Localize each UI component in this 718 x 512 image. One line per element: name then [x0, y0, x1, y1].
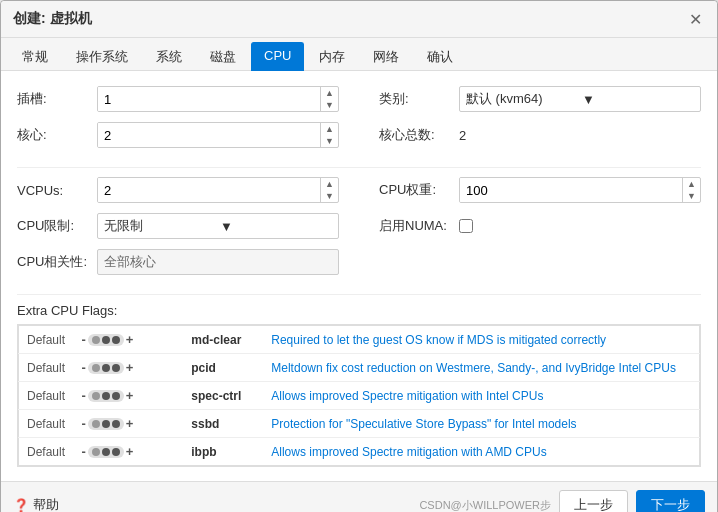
category-row: 类别: 默认 (kvm64) ▼	[379, 85, 701, 113]
slots-row: 插槽:	[17, 85, 339, 113]
toggle-dots-0	[88, 334, 124, 346]
flag-desc-3: Protection for "Speculative Store Bypass…	[263, 410, 699, 438]
dot3-0	[112, 336, 120, 344]
numa-checkbox[interactable]	[459, 219, 473, 233]
flag-toggle-cell-2: - +	[74, 382, 184, 410]
category-label: 类别:	[379, 90, 459, 108]
cpu-flags-table: Default - + md-clear Required to let the…	[18, 325, 700, 466]
slots-spinner[interactable]	[97, 86, 339, 112]
cores-row: 核心:	[17, 121, 339, 149]
flag-desc-4: Allows improved Spectre mitigation with …	[263, 438, 699, 466]
close-button[interactable]: ✕	[685, 9, 705, 29]
dot3-2	[112, 392, 120, 400]
flag-minus-4[interactable]: -	[82, 444, 86, 459]
flag-default-0: Default	[19, 326, 74, 354]
numa-label: 启用NUMA:	[379, 217, 459, 235]
flag-default-1: Default	[19, 354, 74, 382]
dot1-1	[92, 364, 100, 372]
dot1-2	[92, 392, 100, 400]
right-col-2: CPU权重: 启用NUMA:	[379, 176, 701, 284]
cores-up-arrow[interactable]	[321, 123, 338, 135]
numa-checkbox-wrapper	[459, 219, 701, 233]
total-cores-value: 2	[459, 126, 466, 145]
category-select[interactable]: 默认 (kvm64) ▼	[459, 86, 701, 112]
cores-spinner[interactable]	[97, 122, 339, 148]
flag-desc-1: Meltdown fix cost reduction on Westmere,…	[263, 354, 699, 382]
help-icon: ❓	[13, 498, 29, 513]
flag-toggle-0[interactable]: - +	[82, 332, 172, 347]
extra-flags-section: Extra CPU Flags: Default - +	[17, 303, 701, 467]
vcpus-row: VCPUs:	[17, 176, 339, 204]
flag-minus-0[interactable]: -	[82, 332, 86, 347]
cpu-weight-down-arrow[interactable]	[683, 190, 700, 202]
tab-memory[interactable]: 内存	[306, 42, 358, 71]
cores-input[interactable]	[98, 123, 320, 147]
cores-arrows	[320, 123, 338, 147]
flag-plus-4[interactable]: +	[126, 444, 134, 459]
flag-toggle-cell-0: - +	[74, 326, 184, 354]
flag-plus-2[interactable]: +	[126, 388, 134, 403]
cpu-weight-control	[459, 177, 701, 203]
tab-disk[interactable]: 磁盘	[197, 42, 249, 71]
flag-row-0: Default - + md-clear Required to let the…	[19, 326, 700, 354]
cpu-affinity-control: 全部核心	[97, 249, 339, 275]
vcpus-spinner[interactable]	[97, 177, 339, 203]
flag-toggle-3[interactable]: - +	[82, 416, 172, 431]
tab-network[interactable]: 网络	[360, 42, 412, 71]
cpu-limit-value: 无限制	[104, 217, 216, 235]
back-button[interactable]: 上一步	[559, 490, 628, 512]
tab-os[interactable]: 操作系统	[63, 42, 141, 71]
category-dropdown-arrow: ▼	[582, 92, 694, 107]
cpu-weight-spinner[interactable]	[459, 177, 701, 203]
flag-minus-2[interactable]: -	[82, 388, 86, 403]
flag-desc-2: Allows improved Spectre mitigation with …	[263, 382, 699, 410]
help-button[interactable]: ❓ 帮助	[13, 496, 59, 512]
dot2-1	[102, 364, 110, 372]
slots-down-arrow[interactable]	[321, 99, 338, 111]
cores-control	[97, 122, 339, 148]
cores-label: 核心:	[17, 126, 97, 144]
flag-toggle-1[interactable]: - +	[82, 360, 172, 375]
slots-input[interactable]	[98, 87, 320, 111]
cpu-limit-select[interactable]: 无限制 ▼	[97, 213, 339, 239]
flags-scroll-area[interactable]: Default - + md-clear Required to let the…	[18, 325, 700, 466]
tab-confirm[interactable]: 确认	[414, 42, 466, 71]
tab-cpu[interactable]: CPU	[251, 42, 304, 71]
flag-toggle-2[interactable]: - +	[82, 388, 172, 403]
flag-plus-1[interactable]: +	[126, 360, 134, 375]
flag-name-0: md-clear	[183, 326, 263, 354]
flag-plus-0[interactable]: +	[126, 332, 134, 347]
flag-default-2: Default	[19, 382, 74, 410]
cpu-affinity-input[interactable]: 全部核心	[97, 249, 339, 275]
cores-down-arrow[interactable]	[321, 135, 338, 147]
total-cores-row: 核心总数: 2	[379, 121, 701, 149]
section-row1: 插槽: 核心:	[17, 85, 701, 157]
cpu-weight-input[interactable]	[460, 178, 682, 202]
vcpus-down-arrow[interactable]	[321, 190, 338, 202]
dialog-footer: ❓ 帮助 CSDN@小WILLPOWER步 上一步 下一步	[1, 481, 717, 512]
slots-up-arrow[interactable]	[321, 87, 338, 99]
cpu-weight-up-arrow[interactable]	[683, 178, 700, 190]
total-cores-label: 核心总数:	[379, 126, 459, 144]
left-col-2: VCPUs: CPU限制:	[17, 176, 339, 284]
flag-row-3: Default - + ssbd Protection for "Specula…	[19, 410, 700, 438]
content-area: 插槽: 核心:	[1, 71, 717, 481]
divider-2	[17, 294, 701, 295]
flag-name-3: ssbd	[183, 410, 263, 438]
flag-minus-1[interactable]: -	[82, 360, 86, 375]
dot2-3	[102, 420, 110, 428]
flag-toggle-cell-3: - +	[74, 410, 184, 438]
flag-minus-3[interactable]: -	[82, 416, 86, 431]
cpu-affinity-value: 全部核心	[104, 253, 156, 271]
vcpus-input[interactable]	[98, 178, 320, 202]
footer-actions: CSDN@小WILLPOWER步 上一步 下一步	[419, 490, 705, 512]
next-button[interactable]: 下一步	[636, 490, 705, 512]
dot2-0	[102, 336, 110, 344]
flag-default-3: Default	[19, 410, 74, 438]
tab-system[interactable]: 系统	[143, 42, 195, 71]
tab-general[interactable]: 常规	[9, 42, 61, 71]
flag-plus-3[interactable]: +	[126, 416, 134, 431]
flag-toggle-4[interactable]: - +	[82, 444, 172, 459]
flag-toggle-cell-4: - +	[74, 438, 184, 466]
vcpus-up-arrow[interactable]	[321, 178, 338, 190]
